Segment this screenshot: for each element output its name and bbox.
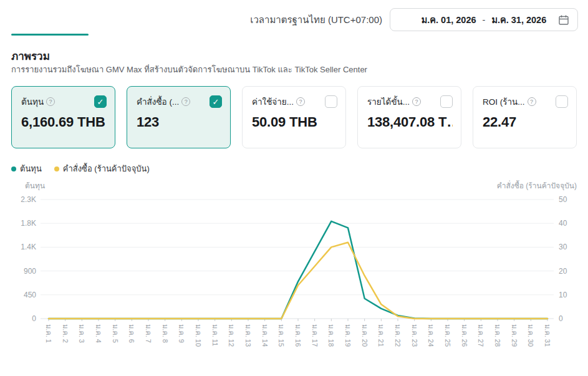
metric-label: รายได้ขั้น... <box>367 95 410 108</box>
metric-checkbox[interactable]: ✓ <box>210 95 222 108</box>
left-axis-tick-label: 1.8K <box>21 219 36 228</box>
metric-card[interactable]: รายได้ขั้น... ? 138,407.08 T… <box>357 86 461 148</box>
x-axis-label: ม.ค. 8 <box>161 324 169 343</box>
right-axis-tick-label: 30 <box>559 243 567 251</box>
page-title: ภาพรวม <box>11 47 50 64</box>
left-axis-tick-label: 2.3K <box>21 195 36 204</box>
chart-svg[interactable]: ต้นทุนคำสั่งซื้อ (ร้านค้าปัจจุบัน)004501… <box>0 180 588 376</box>
x-axis-label: ม.ค. 6 <box>128 324 135 343</box>
help-icon[interactable]: ? <box>296 97 305 106</box>
left-axis-tick-label: 0 <box>32 314 36 323</box>
metric-value: 22.47 <box>483 114 568 130</box>
legend-dot <box>54 166 59 171</box>
x-axis-label: ม.ค. 7 <box>145 324 152 343</box>
chart-legend: ต้นทุน คำสั่งซื้อ (ร้านค้าปัจจุบัน) <box>11 162 150 175</box>
x-axis-label: ม.ค. 14 <box>261 324 269 347</box>
legend-label: ต้นทุน <box>20 162 42 175</box>
metric-value: 138,407.08 T… <box>367 114 453 130</box>
metric-checkbox[interactable] <box>440 95 453 108</box>
legend-label: คำสั่งซื้อ (ร้านค้าปัจจุบัน) <box>63 162 150 175</box>
x-axis-label: ม.ค. 28 <box>494 324 501 347</box>
legend-item-cost[interactable]: ต้นทุน <box>11 162 42 175</box>
right-axis-tick-label: 40 <box>559 219 567 228</box>
right-axis-title: คำสั่งซื้อ (ร้านค้าปัจจุบัน) <box>497 180 577 191</box>
legend-item-orders[interactable]: คำสั่งซื้อ (ร้านค้าปัจจุบัน) <box>54 162 150 175</box>
metric-cards-row: ต้นทุน ? ✓ 6,160.69 THB คำสั่งซื้อ (... … <box>11 86 577 148</box>
metric-checkbox[interactable] <box>556 95 568 108</box>
metric-card[interactable]: ต้นทุน ? ✓ 6,160.69 THB <box>11 86 115 148</box>
metric-value: 123 <box>137 114 222 130</box>
x-axis-label: ม.ค. 1 <box>45 324 52 343</box>
date-range-start: ม.ค. 01, 2026 <box>422 12 476 27</box>
right-axis-tick-label: 50 <box>559 195 567 204</box>
x-axis-label: ม.ค. 26 <box>461 324 468 347</box>
metric-label: ROI (ร้าน... <box>483 95 525 108</box>
date-range-separator: - <box>483 15 486 25</box>
calendar-icon[interactable] <box>558 14 569 26</box>
metric-label: คำสั่งซื้อ (... <box>137 95 179 108</box>
metric-value: 50.09 THB <box>252 114 337 130</box>
x-axis-label: ม.ค. 11 <box>211 324 219 346</box>
x-axis-label: ม.ค. 23 <box>411 324 418 347</box>
x-axis-label: ม.ค. 24 <box>427 324 435 347</box>
left-axis-tick-label: 450 <box>24 291 36 299</box>
metric-value: 6,160.69 THB <box>21 114 107 130</box>
help-icon[interactable]: ? <box>46 97 55 106</box>
right-axis-tick-label: 20 <box>559 267 567 276</box>
cost-line[interactable] <box>49 221 547 319</box>
x-axis-label: ม.ค. 5 <box>112 324 119 343</box>
metric-label: ค่าใช้จ่าย... <box>252 95 294 108</box>
x-axis-label: ม.ค. 20 <box>361 324 369 347</box>
gmv-max-overview-page: เวลามาตรฐานไทย (UTC+07:00) ม.ค. 01, 2026… <box>0 0 588 376</box>
legend-dot <box>11 166 16 171</box>
right-axis-tick-label: 0 <box>559 314 563 323</box>
x-axis-label: ม.ค. 18 <box>327 324 335 347</box>
x-axis-label: ม.ค. 16 <box>294 324 302 347</box>
metric-checkbox[interactable]: ✓ <box>94 95 107 108</box>
x-axis-label: ม.ค. 31 <box>544 324 551 347</box>
metric-label: ต้นทุน <box>21 95 44 108</box>
active-tab-indicator <box>11 34 89 36</box>
x-axis-label: ม.ค. 13 <box>244 324 252 347</box>
date-range-picker[interactable]: ม.ค. 01, 2026 - ม.ค. 31, 2026 <box>390 8 578 31</box>
x-axis-label: ม.ค. 21 <box>377 324 385 347</box>
help-icon[interactable]: ? <box>528 97 536 106</box>
metric-card[interactable]: ROI (ร้าน... ? 22.47 <box>473 86 577 148</box>
x-axis-label: ม.ค. 15 <box>277 324 285 347</box>
left-axis-tick-label: 900 <box>24 267 36 276</box>
overview-chart[interactable]: ต้นทุนคำสั่งซื้อ (ร้านค้าปัจจุบัน)004501… <box>0 180 588 376</box>
x-axis-label: ม.ค. 9 <box>178 324 185 343</box>
date-range-end: ม.ค. 31, 2026 <box>491 12 546 27</box>
x-axis-label: ม.ค. 4 <box>95 324 102 343</box>
x-axis-label: ม.ค. 19 <box>344 324 352 347</box>
x-axis-label: ม.ค. 27 <box>477 324 484 347</box>
page-description: การรายงานรวมถึงโฆษณา GMV Max ที่สร้างบนต… <box>11 63 367 76</box>
header-controls: เวลามาตรฐานไทย (UTC+07:00) ม.ค. 01, 2026… <box>250 8 578 31</box>
x-axis-label: ม.ค. 29 <box>511 324 518 347</box>
x-axis-label: ม.ค. 22 <box>394 324 402 347</box>
timezone-label: เวลามาตรฐานไทย (UTC+07:00) <box>250 12 382 27</box>
help-icon[interactable]: ? <box>412 97 421 106</box>
metric-card[interactable]: คำสั่งซื้อ (... ? ✓ 123 <box>127 86 231 148</box>
metric-checkbox[interactable] <box>325 95 337 108</box>
right-axis-tick-label: 10 <box>559 291 567 299</box>
x-axis-label: ม.ค. 10 <box>195 324 202 347</box>
x-axis-label: ม.ค. 30 <box>527 324 534 347</box>
x-axis-label: ม.ค. 17 <box>311 324 319 347</box>
x-axis-label: ม.ค. 12 <box>228 324 235 347</box>
metric-card[interactable]: ค่าใช้จ่าย... ? 50.09 THB <box>242 86 346 148</box>
help-icon[interactable]: ? <box>181 97 190 106</box>
x-axis-label: ม.ค. 2 <box>62 324 69 343</box>
left-axis-tick-label: 1.4K <box>21 243 36 251</box>
x-axis-label: ม.ค. 3 <box>78 324 85 343</box>
x-axis-label: ม.ค. 25 <box>444 324 451 347</box>
left-axis-title: ต้นทุน <box>25 181 45 191</box>
